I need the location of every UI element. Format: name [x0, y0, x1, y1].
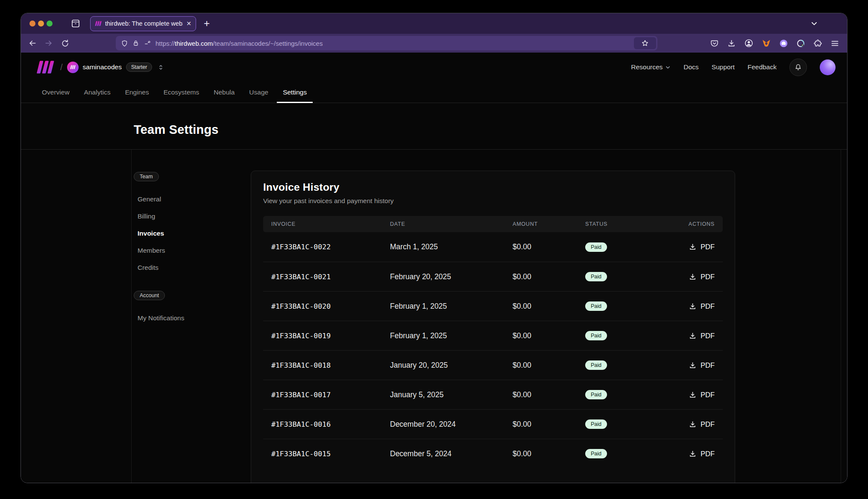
downloads-icon[interactable] [727, 39, 736, 48]
extension-circle-icon[interactable] [796, 39, 805, 48]
sidebar-item-general[interactable]: General [138, 191, 240, 208]
download-icon [689, 420, 697, 428]
table-row: #1F33BA1C-0017 January 5, 2025 $0.00 Pai… [263, 380, 723, 409]
invoice-amount: $0.00 [513, 449, 585, 458]
invoice-amount: $0.00 [513, 390, 585, 399]
new-tab-button[interactable]: + [204, 18, 210, 30]
table-row: #1F33BA1C-0019 February 1, 2025 $0.00 Pa… [263, 321, 723, 350]
sidebar-toggle-icon[interactable] [70, 18, 81, 29]
menu-hamburger-icon[interactable] [830, 39, 839, 48]
sidebar-item-billing[interactable]: Billing [138, 208, 240, 225]
reload-icon[interactable] [59, 37, 71, 50]
table-header: INVOICE DATE AMOUNT STATUS ACTIONS [263, 216, 723, 232]
invoice-date: February 20, 2025 [390, 272, 513, 281]
card-title: Invoice History [263, 181, 723, 193]
download-pdf-button[interactable]: PDF [689, 450, 715, 458]
breadcrumb-separator: / [60, 62, 63, 72]
account-section-items: My Notifications [138, 310, 240, 327]
page-content: / saminacodes Starter Resources Docs Sup… [21, 53, 847, 483]
team-name[interactable]: saminacodes [83, 63, 122, 71]
download-pdf-button[interactable]: PDF [689, 361, 715, 369]
invoice-date: January 5, 2025 [390, 390, 513, 399]
download-pdf-button[interactable]: PDF [689, 302, 715, 310]
download-pdf-button[interactable]: PDF [689, 243, 715, 251]
thirdweb-logo[interactable] [36, 60, 54, 74]
tracking-protection-shield-icon[interactable] [121, 40, 128, 47]
col-invoice: INVOICE [271, 221, 390, 227]
tab-nebula[interactable]: Nebula [208, 82, 240, 103]
screen-background: thirdweb: The complete web3 d ✕ + [0, 0, 868, 499]
window-close-button[interactable] [29, 21, 35, 27]
download-pdf-button[interactable]: PDF [689, 420, 715, 428]
sidebar-item-credits[interactable]: Credits [138, 259, 240, 276]
forward-icon[interactable] [42, 37, 55, 50]
status-badge: Paid [585, 390, 607, 399]
sidebar-item-members[interactable]: Members [138, 242, 240, 259]
status-badge: Paid [585, 360, 607, 370]
phantom-icon[interactable] [779, 39, 788, 48]
download-icon [689, 391, 697, 399]
header-links: Resources Docs Support Feedback [631, 59, 836, 76]
url-bar[interactable]: https://thirdweb.com/team/saminacodes/~/… [116, 36, 657, 50]
status-badge: Paid [585, 419, 607, 429]
plan-badge: Starter [126, 62, 152, 72]
tab-close-icon[interactable]: ✕ [186, 21, 191, 27]
account-icon[interactable] [744, 38, 754, 48]
invoice-amount: $0.00 [513, 272, 585, 281]
settings-sidebar: Team General Billing Invoices Members Cr… [134, 172, 240, 341]
status-badge: Paid [585, 301, 607, 311]
docs-link[interactable]: Docs [683, 63, 698, 71]
bell-icon [794, 63, 802, 71]
download-pdf-button[interactable]: PDF [689, 391, 715, 399]
team-nav-tabs: Overview Analytics Engines Ecosystems Ne… [21, 82, 847, 103]
invoice-id: #1F33BA1C-0019 [271, 332, 390, 340]
tab-analytics[interactable]: Analytics [78, 82, 117, 103]
download-icon [689, 450, 697, 458]
team-avatar[interactable] [67, 62, 79, 73]
sidebar-item-my-notifications[interactable]: My Notifications [138, 310, 240, 327]
account-section-badge: Account [134, 291, 165, 300]
page-title-section: Team Settings [21, 103, 847, 150]
col-actions: ACTIONS [689, 221, 715, 227]
window-zoom-button[interactable] [47, 21, 53, 27]
tab-usage[interactable]: Usage [243, 82, 274, 103]
sidebar-item-invoices[interactable]: Invoices [138, 225, 240, 242]
extensions-puzzle-icon[interactable] [813, 39, 822, 48]
invoice-date: December 20, 2024 [390, 420, 513, 429]
download-pdf-button[interactable]: PDF [689, 273, 715, 281]
tab-ecosystems[interactable]: Ecosystems [158, 82, 205, 103]
download-pdf-button[interactable]: PDF [689, 332, 715, 340]
user-avatar[interactable] [820, 59, 836, 75]
download-icon [689, 332, 697, 340]
table-row: #1F33BA1C-0020 February 1, 2025 $0.00 Pa… [263, 291, 723, 321]
back-icon[interactable] [26, 37, 39, 50]
table-row: #1F33BA1C-0022 March 1, 2025 $0.00 Paid … [263, 232, 723, 262]
window-minimize-button[interactable] [38, 21, 44, 27]
resources-menu[interactable]: Resources [631, 63, 671, 71]
browser-tab[interactable]: thirdweb: The complete web3 d ✕ [90, 16, 196, 31]
tab-overview[interactable]: Overview [36, 82, 76, 103]
invoice-id: #1F33BA1C-0020 [271, 302, 390, 310]
tab-engines[interactable]: Engines [119, 82, 155, 103]
invoice-date: March 1, 2025 [390, 242, 513, 251]
pocket-icon[interactable] [710, 39, 719, 48]
team-section-items: General Billing Invoices Members Credits [138, 191, 240, 276]
toolbar-extensions [710, 38, 839, 48]
notifications-bell-button[interactable] [789, 59, 807, 76]
status-badge: Paid [585, 449, 607, 458]
browser-tab-bar: thirdweb: The complete web3 d ✕ + [21, 13, 847, 34]
site-permissions-icon[interactable] [144, 40, 151, 47]
team-switcher-icon[interactable] [157, 64, 164, 71]
status-badge: Paid [585, 242, 607, 252]
metamask-icon[interactable] [762, 38, 771, 48]
invoice-date: January 20, 2025 [390, 361, 513, 370]
invoice-amount: $0.00 [513, 361, 585, 370]
lock-icon[interactable] [132, 40, 139, 47]
feedback-link[interactable]: Feedback [748, 63, 777, 71]
col-amount: AMOUNT [513, 221, 585, 227]
bookmark-star-icon[interactable] [634, 37, 656, 49]
tab-settings[interactable]: Settings [277, 82, 313, 103]
tab-list-chevron-icon[interactable] [810, 20, 818, 27]
support-link[interactable]: Support [712, 63, 735, 71]
tab-title: thirdweb: The complete web3 d [105, 20, 183, 27]
